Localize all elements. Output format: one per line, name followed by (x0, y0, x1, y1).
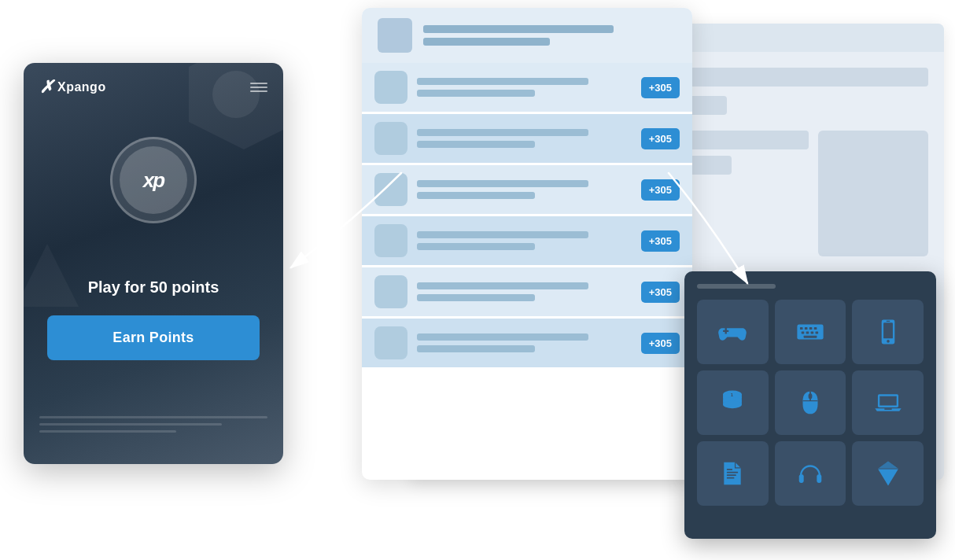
svg-rect-5 (802, 331, 805, 333)
svg-rect-24 (809, 393, 813, 399)
laptop-icon-cell[interactable] (852, 370, 924, 435)
xp-logo-text: xp (143, 168, 164, 193)
list-item-thumb (374, 173, 407, 206)
mouse-icon-cell[interactable] (775, 370, 846, 435)
phone-icon (873, 317, 903, 347)
list-item-thumb (374, 326, 407, 359)
scene: +305 +305 +305 (0, 0, 955, 560)
list-item[interactable]: +305 (362, 216, 692, 267)
xpango-logo: ✗ Xpango (39, 77, 106, 98)
list-item-thumb (374, 71, 407, 104)
list-panel: +305 +305 +305 (362, 8, 692, 480)
app-card-topbar: ✗ Xpango (24, 63, 283, 98)
list-item-badge[interactable]: +305 (641, 128, 680, 149)
gamepad-icon-cell[interactable] (697, 300, 769, 364)
svg-rect-9 (804, 336, 817, 338)
keyboard-icon (795, 317, 825, 347)
list-item-badge[interactable]: +305 (641, 179, 680, 201)
headphones-icon-cell[interactable] (775, 441, 846, 506)
app-card-background (24, 63, 283, 464)
icon-grid: 1 (697, 300, 924, 506)
svg-rect-7 (811, 331, 814, 333)
svg-point-12 (887, 340, 890, 343)
list-item[interactable]: +305 (362, 267, 692, 319)
list-item[interactable]: +305 (362, 63, 692, 114)
list-header-lines (423, 25, 677, 46)
icon-grid-panel: 1 (684, 271, 936, 539)
list-items: +305 +305 +305 (362, 63, 692, 370)
document-icon-cell[interactable] (697, 441, 769, 506)
gamepad-icon (717, 317, 747, 347)
card-bottom-decoration (39, 416, 267, 433)
app-card-content: Play for 50 points Earn Points (24, 278, 283, 360)
svg-point-20 (723, 401, 742, 409)
svg-rect-28 (727, 472, 738, 473)
list-item-badge[interactable]: +305 (641, 230, 680, 252)
list-header-line-1 (423, 25, 614, 33)
svg-rect-26 (879, 396, 896, 406)
list-item[interactable]: +305 (362, 165, 692, 216)
list-panel-header (362, 8, 692, 63)
list-header-line-2 (423, 38, 550, 46)
diamond-icon-cell[interactable] (852, 441, 924, 506)
mouse-icon (795, 388, 825, 418)
xpango-brand-name: Xpango (57, 80, 106, 94)
svg-rect-11 (883, 322, 893, 338)
app-card: ✗ Xpango xp Play for 50 points Earn Poin… (24, 63, 283, 464)
svg-marker-35 (878, 462, 898, 470)
list-item-lines (417, 282, 632, 301)
svg-rect-31 (727, 469, 732, 470)
list-item[interactable]: +305 (362, 319, 692, 370)
coins-icon: 1 (717, 388, 747, 418)
list-item[interactable]: +305 (362, 114, 692, 165)
svg-rect-3 (809, 327, 813, 330)
xpango-icon: ✗ (39, 77, 53, 98)
xp-logo-wrap: xp (24, 137, 283, 223)
earn-points-button[interactable]: Earn Points (47, 315, 260, 360)
list-item-thumb (374, 275, 407, 308)
svg-rect-29 (727, 474, 736, 476)
list-item-lines (417, 231, 632, 250)
keyboard-icon-cell[interactable] (775, 300, 846, 364)
svg-rect-32 (799, 474, 804, 483)
svg-rect-8 (816, 331, 819, 333)
list-header-thumb (378, 18, 412, 53)
svg-rect-2 (805, 327, 808, 330)
hamburger-menu-icon[interactable] (250, 83, 267, 92)
diamond-icon (873, 459, 903, 488)
list-item-lines (417, 333, 632, 352)
list-item-thumb (374, 122, 407, 155)
svg-rect-6 (806, 331, 809, 333)
icon-grid-top-bar (697, 284, 776, 289)
play-for-points-text: Play for 50 points (47, 278, 260, 297)
list-item-badge[interactable]: +305 (641, 282, 680, 303)
svg-rect-30 (727, 477, 735, 479)
list-item-badge[interactable]: +305 (641, 333, 680, 354)
svg-rect-1 (800, 327, 803, 330)
list-item-badge[interactable]: +305 (641, 77, 680, 98)
svg-rect-33 (817, 474, 821, 483)
laptop-icon (873, 388, 903, 418)
bg-col-right (818, 131, 928, 256)
xp-circle-inner: xp (120, 146, 187, 214)
document-icon (717, 459, 747, 488)
svg-rect-13 (886, 321, 890, 322)
list-item-lines (417, 129, 632, 148)
xp-circle: xp (110, 137, 197, 223)
coins-icon-cell[interactable]: 1 (697, 370, 769, 435)
list-item-lines (417, 180, 632, 199)
list-item-thumb (374, 224, 407, 257)
svg-rect-4 (814, 327, 817, 330)
headphones-icon (795, 459, 825, 488)
svg-rect-27 (884, 408, 892, 410)
list-item-lines (417, 78, 632, 97)
phone-icon-cell[interactable] (852, 300, 924, 364)
